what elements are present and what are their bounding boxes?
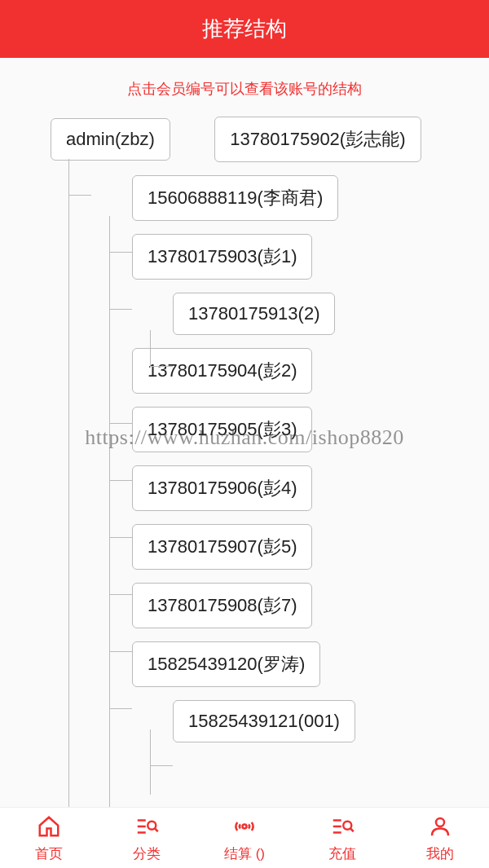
tree-node[interactable]: 13780175903(彭1) xyxy=(132,234,312,280)
page-title: 推荐结构 xyxy=(202,16,287,41)
tree-node[interactable]: 15606888119(李商君) xyxy=(132,175,338,221)
nav-label: 我的 xyxy=(426,844,454,863)
nav-mine[interactable]: 我的 xyxy=(391,814,489,863)
nav-label: 分类 xyxy=(133,844,161,863)
list-search-icon xyxy=(134,814,159,843)
tree-node[interactable]: 13780175904(彭2) xyxy=(132,348,312,394)
tree-node[interactable]: 13780175913(2) xyxy=(173,293,335,335)
broadcast-icon xyxy=(232,814,257,843)
nav-label: 结算 () xyxy=(224,844,265,863)
page-header: 推荐结构 xyxy=(0,0,489,58)
svg-point-9 xyxy=(343,822,351,830)
svg-point-5 xyxy=(243,825,247,829)
tree-node[interactable]: 13780175902(彭志能) xyxy=(214,117,421,162)
nav-home[interactable]: 首页 xyxy=(0,814,98,863)
svg-line-10 xyxy=(350,829,354,832)
nav-label: 充值 xyxy=(328,844,356,863)
nav-label: 首页 xyxy=(35,844,63,863)
home-icon xyxy=(37,814,61,843)
hint-text: 点击会员编号可以查看该账号的结构 xyxy=(0,58,489,117)
bottom-nav: 首页 分类 结算 () 充值 我的 xyxy=(0,807,489,868)
svg-point-3 xyxy=(148,822,156,830)
svg-line-4 xyxy=(155,829,158,832)
tree-node[interactable]: 15825439121(001) xyxy=(173,700,355,742)
tree-node[interactable]: 13780175907(彭5) xyxy=(132,524,312,570)
nav-category[interactable]: 分类 xyxy=(98,814,196,863)
svg-point-11 xyxy=(436,818,444,826)
tree-node[interactable]: 13780175906(彭4) xyxy=(132,465,312,511)
tree-node-root[interactable]: admin(zbz) xyxy=(51,118,170,161)
nav-settle[interactable]: 结算 () xyxy=(196,814,293,863)
nav-recharge[interactable]: 充值 xyxy=(293,814,391,863)
tree-node[interactable]: 15825439120(罗涛) xyxy=(132,641,320,687)
list-search-icon xyxy=(330,814,355,843)
tree-container: admin(zbz) 13780175902(彭志能) 15606888119(… xyxy=(0,117,489,807)
tree-node[interactable]: 13780175908(彭7) xyxy=(132,583,312,628)
tree-node[interactable]: 13780175905(彭3) xyxy=(132,407,312,452)
user-icon xyxy=(428,814,452,843)
